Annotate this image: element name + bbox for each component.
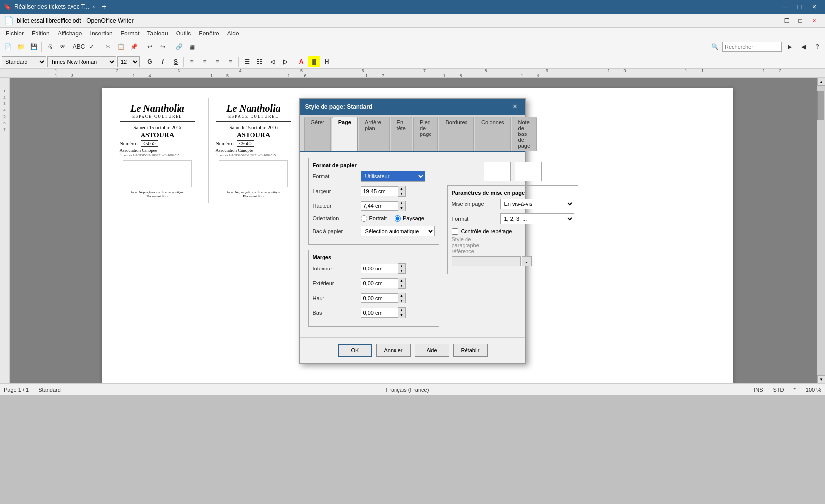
search-btn[interactable]: 🔍	[709, 41, 720, 53]
largeur-down[interactable]: ▼	[398, 191, 405, 196]
hauteur-down[interactable]: ▼	[398, 206, 405, 211]
controle-checkbox[interactable]	[452, 228, 458, 235]
exterieur-up[interactable]: ▲	[398, 278, 405, 283]
interieur-up[interactable]: ▲	[398, 264, 405, 269]
list-btn[interactable]: ☰	[241, 56, 252, 67]
size-select[interactable]: 12	[117, 56, 140, 67]
retablir-button[interactable]: Rétablir	[453, 344, 488, 357]
menu-edition[interactable]: Édition	[28, 28, 54, 39]
dialog-close-btn[interactable]: ×	[510, 102, 520, 112]
hauteur-input[interactable]	[361, 201, 398, 211]
style-select[interactable]: Standard	[2, 56, 46, 67]
std-mode[interactable]: STD	[773, 387, 784, 393]
haut-down[interactable]: ▼	[398, 298, 405, 303]
indent-more-btn[interactable]: ▷	[279, 56, 291, 67]
app-maximize-btn[interactable]: □	[793, 14, 807, 27]
menu-fichier[interactable]: Fichier	[2, 28, 28, 39]
exterieur-down[interactable]: ▼	[398, 283, 405, 288]
autocorrect-btn[interactable]: ✓	[86, 41, 98, 53]
ok-button[interactable]: OK	[338, 344, 372, 357]
largeur-input[interactable]	[361, 186, 398, 196]
align-right-btn[interactable]: ≡	[212, 56, 223, 67]
menu-affichage[interactable]: Affichage	[54, 28, 86, 39]
bas-up[interactable]: ▲	[398, 308, 405, 313]
browser-maximize-btn[interactable]: □	[792, 0, 806, 14]
menu-format[interactable]: Format	[117, 28, 143, 39]
tab-pied-de-page[interactable]: Pied de page	[413, 117, 438, 151]
menu-outils[interactable]: Outils	[172, 28, 195, 39]
app-restore-btn[interactable]: ❐	[780, 14, 793, 27]
aide-button[interactable]: Aide	[415, 344, 449, 357]
copy-btn[interactable]: 📋	[115, 41, 127, 53]
underline-btn[interactable]: S	[170, 56, 181, 67]
portrait-radio-input[interactable]	[361, 215, 367, 222]
tab-colonnes[interactable]: Colonnes	[475, 117, 510, 151]
menu-fenetre[interactable]: Fenêtre	[195, 28, 223, 39]
align-center-btn[interactable]: ≡	[199, 56, 211, 67]
redo-btn[interactable]: ↪	[157, 41, 169, 53]
bas-spinner[interactable]: ▲ ▼	[361, 307, 406, 318]
hauteur-up[interactable]: ▲	[398, 201, 405, 206]
paste-btn[interactable]: 📌	[128, 41, 140, 53]
paysage-radio-input[interactable]	[395, 215, 401, 222]
new-btn[interactable]: 📄	[2, 41, 14, 53]
align-left-btn[interactable]: ≡	[186, 56, 198, 67]
largeur-spinner[interactable]: ▲ ▼	[361, 186, 406, 197]
portrait-radio[interactable]: Portrait	[361, 215, 387, 222]
spellcheck-btn[interactable]: ABC	[73, 41, 85, 53]
undo-btn[interactable]: ↩	[144, 41, 156, 53]
hyperlink-btn[interactable]: 🔗	[173, 41, 185, 53]
mise-en-page-select[interactable]: En vis-à-vis	[500, 199, 574, 209]
font-color-btn[interactable]: A	[295, 56, 307, 67]
interieur-input[interactable]	[361, 264, 398, 273]
open-btn[interactable]: 📁	[15, 41, 27, 53]
ordered-list-btn[interactable]: ☷	[253, 56, 265, 67]
tab-note-bas[interactable]: Note de bas de page	[512, 117, 537, 151]
largeur-up[interactable]: ▲	[398, 186, 405, 191]
tab-gerer[interactable]: Gérer	[304, 117, 331, 151]
exterieur-spinner[interactable]: ▲ ▼	[361, 278, 406, 289]
tab-arriere-plan[interactable]: Arrière-plan	[359, 117, 390, 151]
tab-page[interactable]: Page	[332, 117, 358, 151]
preview-btn[interactable]: 👁	[57, 41, 69, 53]
interieur-down[interactable]: ▼	[398, 269, 405, 273]
browser-minimize-btn[interactable]: ─	[778, 0, 791, 14]
menu-insertion[interactable]: Insertion	[86, 28, 117, 39]
tab-bordures[interactable]: Bordures	[439, 117, 474, 151]
bas-down[interactable]: ▼	[398, 313, 405, 318]
tab-close-btn[interactable]: ×	[92, 4, 95, 10]
format-num-select[interactable]: 1, 2, 3, ...	[500, 213, 574, 224]
paysage-radio[interactable]: Paysage	[395, 215, 424, 222]
highlight-btn[interactable]: ▓	[308, 56, 320, 67]
tab-en-tete[interactable]: En-tête	[391, 117, 412, 151]
haut-up[interactable]: ▲	[398, 293, 405, 298]
style-para-input[interactable]	[452, 256, 521, 266]
annuler-button[interactable]: Annuler	[376, 344, 411, 357]
indent-less-btn[interactable]: ◁	[266, 56, 278, 67]
menu-tableau[interactable]: Tableau	[143, 28, 172, 39]
style-para-browse-btn[interactable]: ...	[522, 256, 532, 266]
bold-btn[interactable]: G	[144, 56, 156, 67]
bas-input[interactable]	[361, 308, 398, 318]
interieur-spinner[interactable]: ▲ ▼	[361, 263, 406, 274]
search-prev-btn[interactable]: ◀	[797, 41, 809, 53]
exterieur-input[interactable]	[361, 278, 398, 288]
cut-btn[interactable]: ✂	[102, 41, 114, 53]
save-btn[interactable]: 💾	[28, 41, 39, 53]
haut-input[interactable]	[361, 293, 398, 303]
font-select[interactable]: Times New Roman	[47, 56, 116, 67]
format-select[interactable]: Utilisateur	[361, 171, 425, 182]
search-input[interactable]	[722, 42, 782, 52]
new-tab-button[interactable]: +	[98, 1, 110, 13]
table-btn[interactable]: ▦	[186, 41, 198, 53]
app-close-btn[interactable]: ×	[807, 14, 821, 27]
search-next-btn[interactable]: ▶	[784, 41, 795, 53]
italic-btn[interactable]: I	[157, 56, 169, 67]
char-highlight-btn[interactable]: H	[321, 56, 333, 67]
menu-aide[interactable]: Aide	[223, 28, 243, 39]
app-minimize-btn[interactable]: ─	[766, 14, 780, 27]
ins-mode[interactable]: INS	[754, 387, 763, 393]
haut-spinner[interactable]: ▲ ▼	[361, 293, 406, 303]
browser-close-btn[interactable]: ×	[807, 0, 821, 14]
help-btn[interactable]: ?	[811, 41, 823, 53]
